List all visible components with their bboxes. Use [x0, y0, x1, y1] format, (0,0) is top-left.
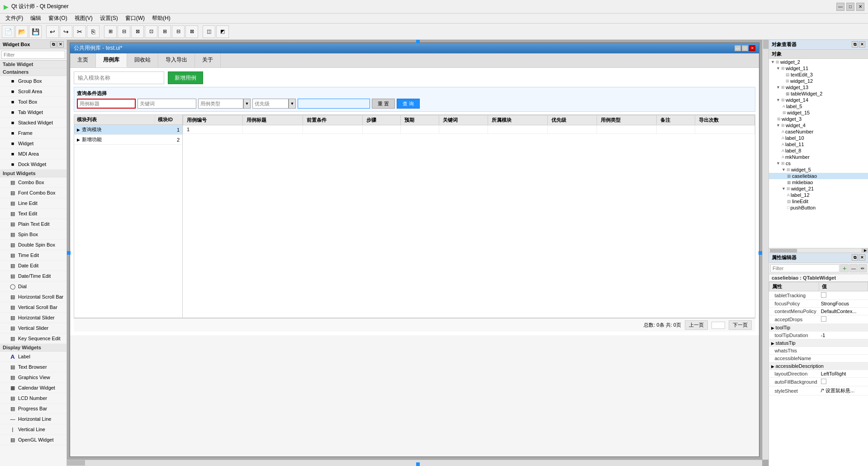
search-button[interactable]: 查 询 — [397, 99, 420, 109]
minimize-button[interactable]: — — [836, 3, 844, 11]
widget-item-lcd-number[interactable]: ▤ LCD Number — [0, 393, 66, 404]
widget-item-progress-bar[interactable]: ▤ Progress Bar — [0, 404, 66, 414]
widget-item-h-line[interactable]: — Horizontal Line — [0, 414, 66, 424]
toolbar-save[interactable]: 💾 — [29, 25, 42, 38]
widget-item-frame[interactable]: ■ Frame — [0, 128, 66, 138]
inspector-float-btn[interactable]: ⧉ — [852, 41, 858, 48]
property-editor-float-btn[interactable]: ⧉ — [852, 254, 858, 261]
tree-node-widget14[interactable]: ▼ ⊞widget_14 — [769, 97, 868, 103]
form-max-btn[interactable]: □ — [742, 45, 748, 51]
widget-item-h-scroll-bar[interactable]: ▤ Horizontal Scroll Bar — [0, 292, 66, 302]
menu-help[interactable]: 帮助(H) — [148, 14, 174, 23]
tree-node-label5[interactable]: Alabel_5 — [769, 103, 868, 109]
widget-item-group-box[interactable]: ■ Group Box — [0, 76, 66, 86]
tree-node-tablewidget2[interactable]: ▶ ▦tableWidget_2 — [769, 90, 868, 97]
tree-node-label8[interactable]: Alabel_8 — [769, 147, 868, 154]
widget-item-label[interactable]: A Label — [0, 352, 66, 362]
tree-node-widget11[interactable]: ▼ ⊞widget_11 — [769, 65, 868, 71]
widget-item-plain-text-edit[interactable]: ▤ Plain Text Edit — [0, 219, 66, 229]
property-editor-close-btn[interactable]: ✕ — [859, 254, 865, 261]
toolbar-adjust2[interactable]: ◩ — [216, 25, 229, 38]
property-add-btn[interactable]: + — [840, 264, 849, 272]
widget-item-tool-box[interactable]: ■ Tool Box — [0, 97, 66, 107]
widget-item-spin-box[interactable]: ▤ Spin Box — [0, 229, 66, 240]
prop-group-tooltip[interactable]: ▶toolTip — [769, 324, 868, 332]
widget-box-close[interactable]: ✕ — [57, 41, 64, 48]
toolbar-open[interactable]: 📂 — [15, 25, 28, 38]
prop-group-accessible-desc[interactable]: ▶accessibleDescription — [769, 362, 868, 370]
selection-handle-left[interactable] — [67, 251, 71, 255]
widget-item-datetime-edit[interactable]: ▤ Date/Time Edit — [0, 271, 66, 281]
query-title-input[interactable] — [77, 99, 136, 109]
next-page-button[interactable]: 下一页 — [729, 320, 752, 330]
menu-form[interactable]: 窗体(O) — [45, 14, 71, 23]
tree-node-label10[interactable]: Alabel_10 — [769, 135, 868, 141]
query-extra-input[interactable] — [298, 99, 370, 109]
query-priority-input[interactable] — [252, 99, 289, 109]
widget-box-filter-input[interactable] — [1, 51, 65, 59]
widget-item-widget[interactable]: ■ Widget — [0, 138, 66, 149]
form-min-btn[interactable]: — — [735, 45, 741, 51]
widget-item-scroll-area[interactable]: ■ Scroll Area — [0, 86, 66, 97]
toolbar-copy[interactable]: ⎘ — [87, 25, 100, 38]
close-button[interactable]: ✕ — [856, 3, 864, 11]
prop-checkbox-auto-fill-bg[interactable] — [821, 379, 826, 384]
menu-settings[interactable]: 设置(S) — [96, 14, 122, 23]
widget-item-text-browser[interactable]: ▤ Text Browser — [0, 362, 66, 372]
tree-node-mknumber[interactable]: AmkNumber — [769, 154, 868, 160]
query-type-dropdown-btn[interactable]: ▼ — [243, 99, 251, 109]
widget-item-v-slider[interactable]: ▤ Vertical Slider — [0, 323, 66, 333]
property-filter-input[interactable] — [770, 264, 840, 272]
toolbar-layout4[interactable]: ⊡ — [145, 25, 157, 38]
toolbar-cut[interactable]: ✂ — [73, 25, 86, 38]
tree-node-pushbutton[interactable]: □pushButton — [769, 204, 868, 211]
widget-item-font-combo-box[interactable]: ▤ Font Combo Box — [0, 188, 66, 198]
toolbar-undo[interactable]: ↩ — [46, 25, 59, 38]
widget-item-dock-widget[interactable]: ■ Dock Widget — [0, 159, 66, 170]
canvas-vscrollbar[interactable] — [762, 40, 768, 460]
menu-file[interactable]: 文件(F) — [2, 14, 27, 23]
tree-node-mkliebiao[interactable]: ▦mkliebiao — [769, 179, 868, 185]
tab-about[interactable]: 关于 — [195, 53, 221, 67]
property-remove-btn[interactable]: — — [849, 264, 858, 272]
maximize-button[interactable]: □ — [846, 3, 854, 11]
tree-node-widget2[interactable]: ▼ ⊞widget_2 — [769, 59, 868, 65]
tab-recycle[interactable]: 回收站 — [127, 53, 158, 67]
widget-item-opengl-widget[interactable]: ▤ OpenGL Widget — [0, 435, 66, 445]
tree-node-widget5[interactable]: ▼ ⊞widget_5 — [769, 166, 868, 173]
selection-handle-right[interactable] — [759, 251, 762, 255]
toolbar-redo[interactable]: ↪ — [60, 25, 72, 38]
add-usecase-button[interactable]: 新增用例 — [168, 71, 203, 84]
tree-node-casenumber[interactable]: AcaseNumber — [769, 128, 868, 135]
prev-page-button[interactable]: 上一页 — [685, 320, 708, 330]
menu-window[interactable]: 窗口(W) — [122, 14, 148, 23]
prop-group-status-tip[interactable]: ▶statusTip — [769, 339, 868, 347]
widget-item-text-edit[interactable]: ▤ Text Edit — [0, 209, 66, 219]
toolbar-adjust1[interactable]: ◫ — [203, 25, 215, 38]
toolbar-break[interactable]: ⊠ — [185, 25, 198, 38]
tab-import-export[interactable]: 导入导出 — [158, 53, 195, 67]
widget-item-v-scroll-bar[interactable]: ▤ Vertical Scroll Bar — [0, 302, 66, 313]
widget-item-combo-box[interactable]: ▤ Combo Box — [0, 177, 66, 188]
tree-node-widget12[interactable]: ▶ ⊞widget_12 — [769, 78, 868, 84]
prop-checkbox-accept-drops[interactable] — [821, 316, 826, 322]
widget-item-v-line[interactable]: | Vertical Line — [0, 424, 66, 435]
toolbar-layout5[interactable]: ⊞ — [158, 25, 171, 38]
tree-node-widget3[interactable]: ⊞widget_3 — [769, 116, 868, 122]
inspector-scroll-right[interactable]: ▶ — [862, 248, 868, 253]
widget-item-key-seq-edit[interactable]: ▤ Key Sequence Edit — [0, 333, 66, 344]
toolbar-layout3[interactable]: ⊠ — [131, 25, 144, 38]
toolbar-layout2[interactable]: ⊟ — [118, 25, 130, 38]
widget-item-calendar-widget[interactable]: ▦ Calendar Widget — [0, 383, 66, 393]
tree-node-widget4[interactable]: ▼ ⊞widget_4 — [769, 122, 868, 128]
tree-node-widget21[interactable]: ▼ ⊞widget_21 — [769, 185, 868, 192]
inspector-hscroll-thumb[interactable] — [770, 249, 797, 252]
prop-group-accessible-desc-expand[interactable]: ▶ — [771, 364, 774, 369]
widget-item-double-spin-box[interactable]: ▤ Double Spin Box — [0, 240, 66, 250]
query-type-input[interactable] — [198, 99, 243, 109]
reset-button[interactable]: 重 置 — [372, 99, 395, 109]
form-close-btn[interactable]: ✕ — [749, 45, 755, 51]
selection-handle-top[interactable] — [416, 40, 420, 43]
widget-box-float[interactable]: ⧉ — [50, 41, 57, 48]
tree-row-query-module[interactable]: ▶ 查询模块 1 — [74, 125, 182, 135]
